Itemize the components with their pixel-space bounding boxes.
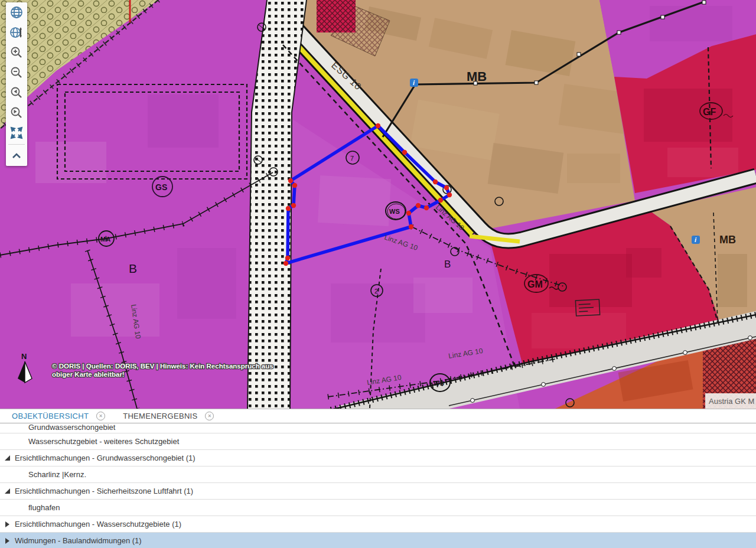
tree-group-grundwasserschongebiet[interactable]: Ersichtlichmachungen - Grundwasserschong…: [0, 449, 756, 466]
app-window: ESG 10 MB MB GF GM GS MA B B WS WS 7: [0, 0, 756, 548]
tree-group-baulandwidmungen[interactable]: Widmungen - Baulandwidmungen (1): [0, 532, 756, 548]
tree-item-label: flughafen: [28, 503, 60, 512]
tree-item-scharlinz[interactable]: Scharlinz |Kernz.: [0, 466, 756, 482]
zoom-in-icon[interactable]: [6, 43, 27, 63]
svg-text:N: N: [21, 352, 27, 361]
label-gm: GM: [527, 279, 543, 289]
tree-group-label: Ersichtlichmachungen - Wasserschutzgebie…: [15, 520, 181, 529]
info-icon-2[interactable]: i: [692, 236, 700, 244]
globe-pan-icon[interactable]: [6, 22, 27, 43]
zoning-map[interactable]: ESG 10 MB MB GF GM GS MA B B WS WS 7: [0, 0, 756, 409]
label-ws-2: WS: [434, 380, 444, 387]
label-ma: MA: [100, 236, 110, 243]
expander-icon[interactable]: [5, 455, 10, 461]
previous-extent-icon[interactable]: [6, 83, 27, 103]
label-ws-1: WS: [389, 208, 400, 215]
info-icon-1[interactable]: i: [410, 79, 418, 87]
label-mb-top: MB: [467, 69, 487, 84]
svg-text:© DORIS | Quellen: DORIS, BEV: © DORIS | Quellen: DORIS, BEV | Hinweis:…: [52, 363, 273, 370]
tab-objektuebersicht[interactable]: OBJEKTÜBERSICHT: [12, 412, 105, 420]
tab-label: OBJEKTÜBERSICHT: [12, 412, 89, 420]
zoom-out-icon[interactable]: [6, 63, 27, 83]
expander-icon[interactable]: [5, 521, 10, 527]
globe-icon[interactable]: [6, 2, 27, 22]
tree-item-label: Scharlinz |Kernz.: [28, 470, 86, 479]
full-extent-icon[interactable]: [6, 123, 27, 143]
tree-group-wasserschutzgebiete[interactable]: Ersichtlichmachungen - Wasserschutzgebie…: [0, 516, 756, 532]
label-mb-right: MB: [719, 234, 736, 246]
tab-themenergebnis[interactable]: THEMENERGEBNIS: [123, 412, 214, 420]
tree-item-wasserschutzgebiet[interactable]: Wasserschutzgebiet - weiteres Schutzgebi…: [0, 433, 756, 449]
tree-item-grundwasserschongebiet[interactable]: Grundwasserschongebiet: [0, 423, 756, 433]
tree-item-label: Wasserschutzgebiet - weiteres Schutzgebi…: [28, 437, 179, 446]
close-icon[interactable]: [205, 412, 214, 420]
panel-tabbar: OBJEKTÜBERSICHT THEMENERGEBNIS: [0, 409, 756, 423]
scale-label-bar: Austria GK M: [705, 393, 756, 409]
toolbar-divider: [8, 144, 25, 145]
tree-group-label: Ersichtlichmachungen - Sicherheitszone L…: [15, 487, 193, 495]
close-icon[interactable]: [96, 412, 105, 420]
label-b-left: B: [129, 262, 137, 275]
results-panel: OBJEKTÜBERSICHT THEMENERGEBNIS Grundwass…: [0, 409, 756, 548]
next-extent-icon[interactable]: [6, 103, 27, 123]
crimson-hatched-block: [317, 0, 356, 32]
map-viewport[interactable]: ESG 10 MB MB GF GM GS MA B B WS WS 7: [0, 0, 756, 409]
expander-icon[interactable]: [5, 538, 10, 543]
tree-group-label: Widmungen - Baulandwidmungen (1): [15, 536, 142, 545]
map-toolbar: [6, 2, 27, 166]
texture: [650, 6, 732, 41]
tab-label: THEMENERGEBNIS: [123, 412, 197, 420]
label-b-center: B: [444, 259, 451, 270]
label-gs: GS: [155, 182, 167, 192]
tree-item-label: Grundwasserschongebiet: [28, 423, 115, 432]
tree-group-label: Ersichtlichmachungen - Grundwasserschong…: [15, 454, 195, 462]
svg-text:obiger Karte ableitbar!: obiger Karte ableitbar!: [52, 371, 125, 378]
result-tree: Grundwasserschongebiet Wasserschutzgebie…: [0, 423, 756, 548]
label-num2: 2: [374, 288, 378, 295]
tree-group-sicherheitszone[interactable]: Ersichtlichmachungen - Sicherheitszone L…: [0, 482, 756, 499]
collapse-toolbar-icon[interactable]: [6, 146, 27, 166]
tree-item-flughafen[interactable]: flughafen: [0, 499, 756, 516]
svg-text:Austria GK M: Austria GK M: [709, 397, 754, 406]
label-gf: GF: [703, 107, 716, 117]
expander-icon[interactable]: [5, 488, 10, 494]
label-num7: 7: [350, 155, 354, 162]
